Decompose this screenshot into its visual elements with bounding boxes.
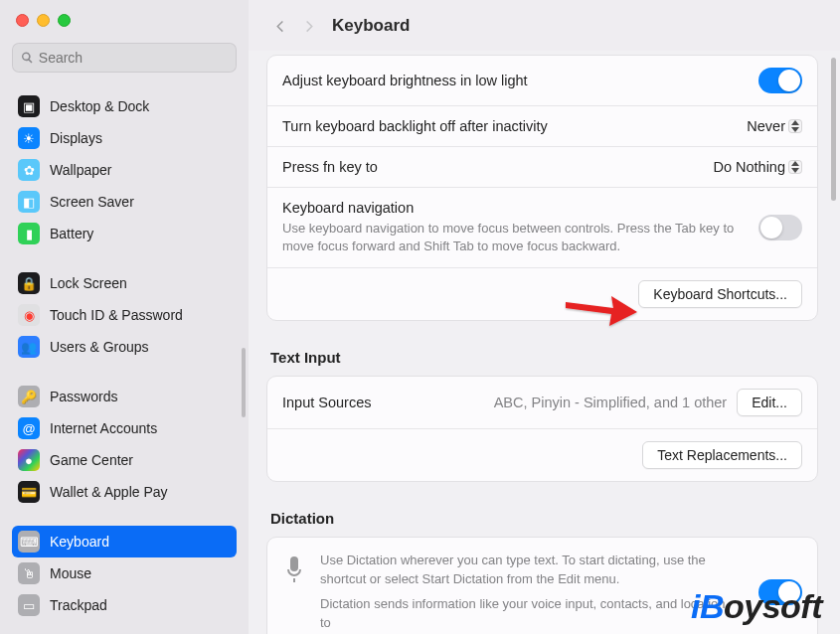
sidebar-item-displays[interactable]: ☀ Displays [12, 122, 237, 154]
main-panel: Keyboard Adjust keyboard brightness in l… [249, 0, 840, 634]
microphone-icon [282, 554, 306, 587]
chevron-right-icon [302, 19, 317, 34]
fn-value: Do Nothing [713, 159, 785, 175]
brightness-toggle[interactable] [758, 68, 802, 93]
touchid-icon: ◉ [18, 304, 40, 326]
sidebar-item-label: Internet Accounts [50, 420, 157, 436]
row-label: Keyboard navigation [282, 200, 414, 216]
displays-icon: ☀ [18, 127, 40, 149]
sidebar-item-label: Game Center [50, 452, 133, 468]
sidebar-item-label: Lock Screen [50, 275, 127, 291]
close-window-button[interactable] [16, 14, 29, 27]
row-label: Adjust keyboard brightness in low light [282, 73, 528, 88]
traffic-lights [12, 0, 237, 37]
section-dictation: Dictation [266, 490, 818, 537]
sidebar-item-label: Mouse [50, 565, 91, 581]
row-shortcuts: Keyboard Shortcuts... [267, 268, 817, 320]
search-icon [21, 51, 34, 65]
sidebar-item-users[interactable]: 👥 Users & Groups [12, 331, 237, 363]
mouse-icon: 🖱 [18, 562, 40, 584]
backlight-value: Never [747, 118, 785, 134]
edit-input-sources-button[interactable]: Edit... [737, 389, 802, 416]
lockscreen-icon: 🔒 [18, 272, 40, 294]
text-input-panel: Input Sources ABC, Pinyin - Simplified, … [266, 376, 818, 482]
svg-rect-0 [290, 556, 298, 571]
sidebar: ▣ Desktop & Dock ☀ Displays ✿ Wallpaper … [0, 0, 249, 634]
row-label: Press fn key to [282, 159, 378, 175]
keyboard-shortcuts-button[interactable]: Keyboard Shortcuts... [638, 280, 802, 308]
row-backlight: Turn keyboard backlight off after inacti… [267, 106, 817, 147]
desktop-icon: ▣ [18, 95, 40, 117]
sidebar-item-battery[interactable]: ▮ Battery [12, 218, 237, 249]
header: Keyboard [249, 0, 840, 51]
trackpad-icon: ▭ [18, 594, 40, 616]
sidebar-item-label: Users & Groups [50, 339, 149, 355]
sidebar-item-mouse[interactable]: 🖱 Mouse [12, 557, 237, 589]
sidebar-item-label: Battery [50, 226, 93, 241]
fn-select[interactable]: Do Nothing [713, 159, 802, 175]
sidebar-item-wallpaper[interactable]: ✿ Wallpaper [12, 154, 237, 186]
search-input[interactable] [39, 50, 228, 66]
row-fn: Press fn key to Do Nothing [267, 147, 817, 188]
sidebar-item-label: Keyboard [50, 534, 109, 550]
row-text-replacements: Text Replacements... [267, 429, 817, 481]
keyboard-settings-panel: Adjust keyboard brightness in low light … [266, 55, 818, 321]
row-dictation: Use Dictation wherever you can type text… [267, 538, 817, 634]
dictation-toggle[interactable] [758, 579, 802, 605]
battery-icon: ▮ [18, 223, 40, 244]
dictation-desc1: Use Dictation wherever you can type text… [320, 552, 737, 589]
sidebar-item-desktop-dock[interactable]: ▣ Desktop & Dock [12, 90, 237, 122]
main-scrollbar[interactable] [831, 58, 836, 201]
row-input-sources: Input Sources ABC, Pinyin - Simplified, … [267, 377, 817, 429]
sidebar-item-label: Screen Saver [50, 194, 134, 210]
gamecenter-icon: ● [18, 449, 40, 471]
row-subtext: Use keyboard navigation to move focus be… [282, 220, 758, 255]
sidebar-item-trackpad[interactable]: ▭ Trackpad [12, 589, 237, 621]
sidebar-scrollbar[interactable] [242, 348, 246, 417]
page-title: Keyboard [332, 16, 410, 36]
stepper-icon [788, 160, 802, 174]
minimize-window-button[interactable] [37, 14, 50, 27]
internet-icon: @ [18, 417, 40, 439]
chevron-left-icon [272, 19, 287, 34]
sidebar-item-lockscreen[interactable]: 🔒 Lock Screen [12, 267, 237, 299]
sidebar-item-passwords[interactable]: 🔑 Passwords [12, 381, 237, 412]
sidebar-list: ▣ Desktop & Dock ☀ Displays ✿ Wallpaper … [12, 73, 237, 626]
sidebar-item-label: Wallpaper [50, 162, 112, 178]
wallpaper-icon: ✿ [18, 159, 40, 181]
sidebar-item-label: Passwords [50, 389, 117, 404]
row-label: Turn keyboard backlight off after inacti… [282, 118, 548, 134]
sidebar-item-label: Trackpad [50, 597, 107, 613]
sidebar-item-label: Displays [50, 130, 102, 146]
forward-button[interactable] [296, 13, 322, 39]
dictation-panel: Use Dictation wherever you can type text… [266, 537, 818, 634]
back-button[interactable] [266, 13, 292, 39]
text-replacements-button[interactable]: Text Replacements... [642, 441, 802, 469]
kbnav-toggle[interactable] [758, 215, 802, 240]
fullscreen-window-button[interactable] [58, 14, 71, 27]
row-kbnav: Keyboard navigation Use keyboard navigat… [267, 188, 817, 268]
sidebar-item-wallet[interactable]: 💳 Wallet & Apple Pay [12, 476, 237, 508]
passwords-icon: 🔑 [18, 386, 40, 407]
sidebar-item-gamecenter[interactable]: ● Game Center [12, 444, 237, 476]
sidebar-item-screensaver[interactable]: ◧ Screen Saver [12, 186, 237, 218]
screensaver-icon: ◧ [18, 191, 40, 213]
sidebar-item-internet[interactable]: @ Internet Accounts [12, 412, 237, 444]
sidebar-item-touchid[interactable]: ◉ Touch ID & Password [12, 299, 237, 331]
wallet-icon: 💳 [18, 481, 40, 503]
sidebar-item-keyboard[interactable]: ⌨ Keyboard [12, 526, 237, 557]
users-icon: 👥 [18, 336, 40, 358]
content: Adjust keyboard brightness in low light … [249, 51, 840, 634]
sidebar-item-label: Desktop & Dock [50, 98, 149, 114]
sidebar-item-label: Wallet & Apple Pay [50, 484, 168, 500]
input-sources-label: Input Sources [282, 395, 371, 410]
backlight-select[interactable]: Never [747, 118, 802, 134]
row-brightness: Adjust keyboard brightness in low light [267, 56, 817, 106]
dictation-desc2: Dictation sends information like your vo… [320, 595, 737, 633]
sidebar-item-label: Touch ID & Password [50, 307, 183, 323]
dictation-description: Use Dictation wherever you can type text… [320, 552, 737, 632]
stepper-icon [788, 119, 802, 133]
search-field[interactable] [12, 43, 237, 73]
input-sources-list: ABC, Pinyin - Simplified, and 1 other [494, 395, 728, 410]
keyboard-icon: ⌨ [18, 531, 40, 553]
